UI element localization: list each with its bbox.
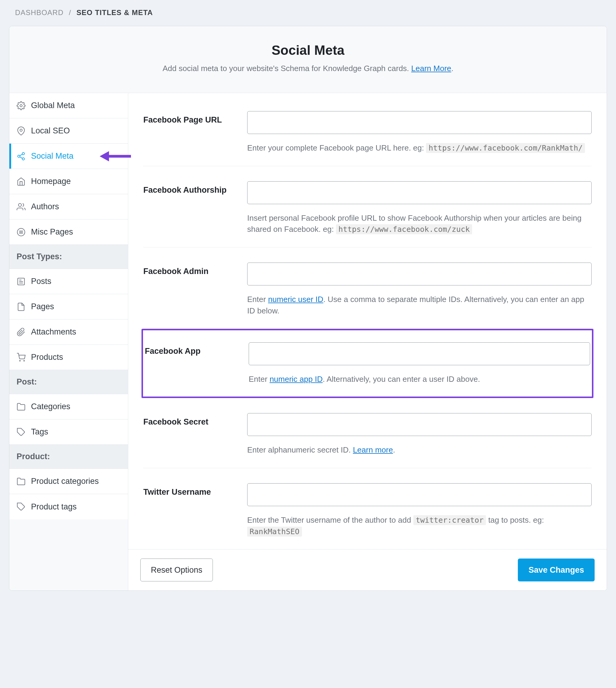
folder-icon <box>17 402 26 411</box>
paperclip-icon <box>17 328 26 337</box>
sidebar-item-attachments[interactable]: Attachments <box>9 319 128 345</box>
field-help: Enter your complete Facebook page URL he… <box>247 142 592 154</box>
svg-point-2 <box>22 152 25 155</box>
sidebar-item-product-tags[interactable]: Product tags <box>9 494 128 519</box>
users-icon <box>17 202 26 212</box>
sidebar-item-label: Product categories <box>31 476 99 486</box>
field-label: Facebook App <box>145 342 249 385</box>
sidebar-item-label: Local SEO <box>31 126 70 135</box>
field-label: Facebook Admin <box>143 263 247 316</box>
sidebar-section-product: Product: <box>9 445 128 469</box>
tag-icon <box>17 502 26 511</box>
breadcrumb-current: SEO TITLES & META <box>76 8 153 17</box>
sidebar-item-label: Authors <box>31 202 59 212</box>
indicator-arrow-icon <box>95 149 132 163</box>
svg-point-3 <box>18 155 20 157</box>
svg-point-16 <box>20 360 20 361</box>
reset-button[interactable]: Reset Options <box>140 558 213 581</box>
page-title: Social Meta <box>18 43 598 58</box>
field-row-fb-admin: Facebook Admin Enter numeric user ID. Us… <box>143 247 592 329</box>
breadcrumb-root[interactable]: DASHBOARD <box>15 8 64 17</box>
svg-point-1 <box>20 129 22 131</box>
gear-icon <box>17 101 26 110</box>
save-button[interactable]: Save Changes <box>518 558 595 581</box>
fb-author-input[interactable] <box>247 181 592 204</box>
field-help: Enter numeric user ID. Use a comma to se… <box>247 294 592 316</box>
field-label: Facebook Secret <box>143 413 247 456</box>
sidebar-item-products[interactable]: Products <box>9 345 128 370</box>
sidebar-item-label: Global Meta <box>31 101 75 110</box>
sidebar-section-post-types: Post Types: <box>9 245 128 269</box>
field-help: Enter numeric app ID. Alternatively, you… <box>249 374 590 385</box>
sidebar-item-pages[interactable]: Pages <box>9 294 128 319</box>
folder-icon <box>17 477 26 486</box>
sidebar-item-categories[interactable]: Categories <box>9 394 128 419</box>
sidebar-item-label: Attachments <box>31 327 76 337</box>
field-row-fb-app: Facebook App Enter numeric app ID. Alter… <box>143 330 592 397</box>
sidebar-item-label: Products <box>31 353 63 362</box>
sidebar: Global Meta Local SEO Social Meta Homepa… <box>9 93 128 591</box>
field-label: Facebook Page URL <box>143 111 247 154</box>
breadcrumb: DASHBOARD / SEO TITLES & META <box>15 8 607 17</box>
sidebar-section-post: Post: <box>9 370 128 394</box>
field-help: Enter the Twitter username of the author… <box>247 515 592 537</box>
sidebar-item-label: Product tags <box>31 502 77 512</box>
sidebar-item-label: Posts <box>31 277 51 286</box>
svg-line-5 <box>20 157 23 158</box>
home-icon <box>17 177 26 186</box>
sidebar-item-global-meta[interactable]: Global Meta <box>9 93 128 118</box>
field-help: Insert personal Facebook profile URL to … <box>247 213 592 235</box>
field-row-twitter: Twitter Username Enter the Twitter usern… <box>143 468 592 549</box>
fb-secret-input[interactable] <box>247 413 592 436</box>
sidebar-item-label: Social Meta <box>31 152 73 161</box>
sidebar-item-product-categories[interactable]: Product categories <box>9 469 128 494</box>
field-label: Facebook Authorship <box>143 181 247 235</box>
numeric-app-id-link[interactable]: numeric app ID <box>269 375 323 383</box>
svg-point-0 <box>20 105 22 107</box>
svg-point-17 <box>24 360 25 361</box>
learn-more-secret-link[interactable]: Learn more <box>353 445 393 454</box>
map-pin-icon <box>17 127 26 135</box>
twitter-username-input[interactable] <box>247 483 592 506</box>
svg-point-7 <box>18 203 21 206</box>
sidebar-item-local-seo[interactable]: Local SEO <box>9 118 128 143</box>
sidebar-item-label: Pages <box>31 302 54 311</box>
sidebar-item-homepage[interactable]: Homepage <box>9 169 128 194</box>
tag-icon <box>17 427 26 437</box>
learn-more-link[interactable]: Learn More <box>411 64 451 73</box>
sidebar-item-misc-pages[interactable]: Misc Pages <box>9 220 128 245</box>
fb-url-input[interactable] <box>247 111 592 134</box>
main-card: Social Meta Add social meta to your webs… <box>9 26 607 591</box>
cart-icon <box>17 353 26 362</box>
fb-app-input[interactable] <box>249 342 590 365</box>
sidebar-item-label: Categories <box>31 402 70 411</box>
svg-line-6 <box>20 154 23 156</box>
sidebar-item-label: Tags <box>31 427 48 437</box>
field-label: Twitter Username <box>143 483 247 537</box>
post-icon <box>17 277 26 286</box>
breadcrumb-sep: / <box>66 8 74 17</box>
fb-admin-input[interactable] <box>247 263 592 285</box>
field-row-fb-secret: Facebook Secret Enter alphanumeric secre… <box>143 398 592 468</box>
page-icon <box>17 302 26 311</box>
page-subtitle: Add social meta to your website's Schema… <box>18 64 598 73</box>
sidebar-item-tags[interactable]: Tags <box>9 419 128 445</box>
svg-point-4 <box>22 158 25 160</box>
sidebar-item-authors[interactable]: Authors <box>9 194 128 220</box>
sidebar-item-label: Misc Pages <box>31 227 73 237</box>
numeric-user-id-link[interactable]: numeric user ID <box>268 295 323 304</box>
field-row-fb-url: Facebook Page URL Enter your complete Fa… <box>143 102 592 166</box>
list-icon <box>17 228 26 237</box>
share-icon <box>17 152 26 161</box>
field-help: Enter alphanumeric secret ID. Learn more… <box>247 444 592 456</box>
card-footer: Reset Options Save Changes <box>128 549 607 591</box>
field-row-fb-author: Facebook Authorship Insert personal Face… <box>143 166 592 247</box>
sidebar-item-social-meta[interactable]: Social Meta <box>9 143 128 169</box>
content: Facebook Page URL Enter your complete Fa… <box>128 93 607 591</box>
highlight-fb-app: Facebook App Enter numeric app ID. Alter… <box>141 329 593 398</box>
sidebar-item-label: Homepage <box>31 177 71 186</box>
sidebar-item-posts[interactable]: Posts <box>9 269 128 294</box>
card-header: Social Meta Add social meta to your webs… <box>9 26 607 93</box>
